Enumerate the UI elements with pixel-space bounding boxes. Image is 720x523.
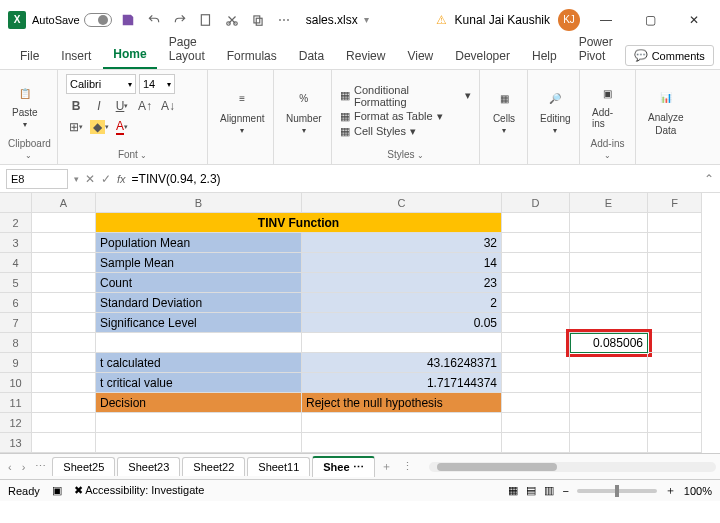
redo-icon[interactable] [170, 10, 190, 30]
cell[interactable] [32, 213, 96, 233]
cell[interactable]: t critical value [96, 373, 302, 393]
scrollbar-thumb[interactable] [437, 463, 557, 471]
copy-icon[interactable] [248, 10, 268, 30]
cell[interactable] [502, 293, 570, 313]
horizontal-scrollbar[interactable] [429, 462, 716, 472]
cell-styles-button[interactable]: ▦Cell Styles ▾ [340, 125, 471, 138]
cell[interactable] [570, 353, 648, 373]
row-header[interactable]: 10 [0, 373, 32, 393]
tab-insert[interactable]: Insert [51, 43, 101, 69]
group-font[interactable]: Font [66, 147, 199, 160]
cell[interactable] [570, 293, 648, 313]
increase-font-button[interactable]: A↑ [135, 97, 155, 115]
cell[interactable] [570, 253, 648, 273]
cell[interactable] [570, 393, 648, 413]
cell[interactable]: t calculated [96, 353, 302, 373]
cell[interactable] [32, 313, 96, 333]
sheet-nav-prev-icon[interactable]: ‹ [4, 461, 16, 473]
cell[interactable] [32, 333, 96, 353]
italic-button[interactable]: I [89, 97, 109, 115]
cell-selected[interactable]: 0.085006 [570, 333, 648, 353]
borders-button[interactable]: ⊞▾ [66, 118, 86, 136]
editing-button[interactable]: 🔎Editing▾ [536, 85, 575, 137]
macro-record-icon[interactable]: ▣ [52, 484, 62, 497]
font-name-select[interactable]: Calibri▾ [66, 74, 136, 94]
addins-button[interactable]: ▣Add-ins [588, 79, 627, 131]
cell[interactable] [502, 333, 570, 353]
cell[interactable]: 23 [302, 273, 502, 293]
name-box-dropdown-icon[interactable]: ▾ [74, 174, 79, 184]
cell[interactable]: Significance Level [96, 313, 302, 333]
accessibility-status[interactable]: ✖ Accessibility: Investigate [74, 484, 205, 497]
cell[interactable] [302, 333, 502, 353]
tab-file[interactable]: File [10, 43, 49, 69]
tab-view[interactable]: View [397, 43, 443, 69]
cell[interactable] [502, 233, 570, 253]
cell[interactable] [648, 373, 702, 393]
cell[interactable] [32, 253, 96, 273]
cell[interactable]: 2 [302, 293, 502, 313]
new-icon[interactable] [196, 10, 216, 30]
cell[interactable] [502, 253, 570, 273]
dropdown-icon[interactable]: ▾ [364, 14, 369, 25]
cell[interactable] [32, 393, 96, 413]
zoom-slider-thumb[interactable] [615, 485, 619, 497]
tab-developer[interactable]: Developer [445, 43, 520, 69]
cell[interactable] [32, 233, 96, 253]
row-header[interactable]: 13 [0, 433, 32, 453]
row-header[interactable]: 12 [0, 413, 32, 433]
analyze-data-button[interactable]: 📊AnalyzeData [644, 84, 688, 138]
underline-button[interactable]: U▾ [112, 97, 132, 115]
name-box[interactable]: E8 [6, 169, 68, 189]
col-header-e[interactable]: E [570, 193, 648, 213]
cell[interactable] [32, 353, 96, 373]
sheet-tab[interactable]: Sheet11 [247, 457, 310, 476]
expand-formula-bar-icon[interactable]: ⌃ [704, 172, 714, 186]
cell[interactable]: 0.05 [302, 313, 502, 333]
format-as-table-button[interactable]: ▦Format as Table ▾ [340, 110, 471, 123]
conditional-formatting-button[interactable]: ▦Conditional Formatting ▾ [340, 84, 471, 108]
alignment-button[interactable]: ≡Alignment▾ [216, 85, 268, 137]
cell[interactable]: Reject the null hypothesis [302, 393, 502, 413]
group-styles[interactable]: Styles [340, 147, 471, 160]
cell[interactable] [570, 413, 648, 433]
cell[interactable] [648, 333, 702, 353]
more-commands-icon[interactable]: ⋯ [274, 10, 294, 30]
cell[interactable] [570, 373, 648, 393]
paste-button[interactable]: 📋Paste▾ [8, 79, 42, 131]
close-button[interactable]: ✕ [676, 6, 712, 34]
decrease-font-button[interactable]: A↓ [158, 97, 178, 115]
cell[interactable] [502, 433, 570, 453]
tab-formulas[interactable]: Formulas [217, 43, 287, 69]
cell[interactable]: 32 [302, 233, 502, 253]
cancel-formula-icon[interactable]: ✕ [85, 172, 95, 186]
cell[interactable] [302, 433, 502, 453]
view-page-layout-icon[interactable]: ▤ [526, 484, 536, 497]
sheet-tab[interactable]: Sheet22 [182, 457, 245, 476]
cell[interactable] [32, 413, 96, 433]
cell[interactable] [570, 213, 648, 233]
cell[interactable] [570, 433, 648, 453]
group-clipboard[interactable]: Clipboard [8, 136, 49, 160]
col-header-d[interactable]: D [502, 193, 570, 213]
col-header-c[interactable]: C [302, 193, 502, 213]
cell[interactable] [32, 433, 96, 453]
cell[interactable] [302, 413, 502, 433]
comments-button[interactable]: 💬 Comments [625, 45, 714, 66]
sheet-tab[interactable]: Sheet25 [52, 457, 115, 476]
cell[interactable] [502, 213, 570, 233]
fill-color-button[interactable]: ◆▾ [89, 118, 109, 136]
select-all-corner[interactable] [0, 193, 32, 213]
cell[interactable] [648, 233, 702, 253]
cell[interactable]: Decision [96, 393, 302, 413]
formula-input[interactable] [132, 169, 698, 189]
col-header-a[interactable]: A [32, 193, 96, 213]
cell[interactable] [502, 313, 570, 333]
cell[interactable] [96, 333, 302, 353]
cell[interactable] [648, 353, 702, 373]
sheet-nav-next-icon[interactable]: › [18, 461, 30, 473]
font-size-select[interactable]: 14▾ [139, 74, 175, 94]
tab-power-pivot[interactable]: Power Pivot [569, 29, 623, 69]
sheet-tab-active[interactable]: Shee ⋯ [312, 456, 374, 477]
cell[interactable] [502, 273, 570, 293]
